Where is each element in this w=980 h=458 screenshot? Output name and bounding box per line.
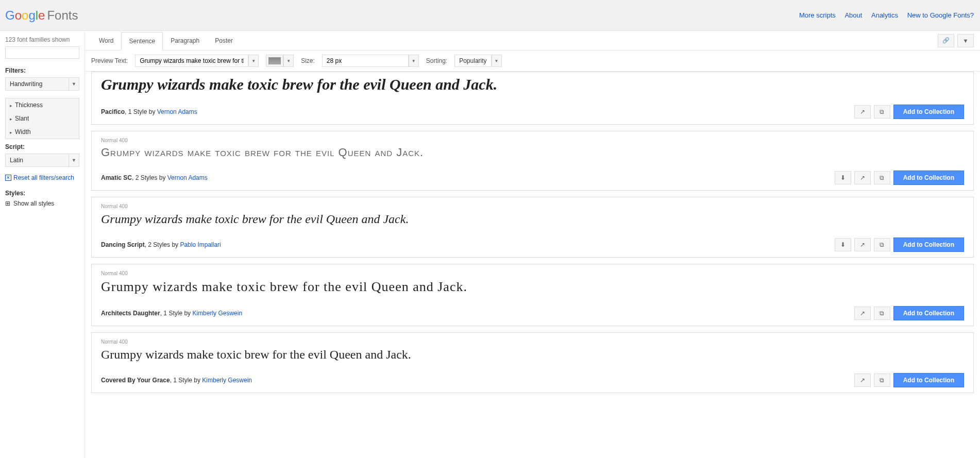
add-to-collection-button[interactable]: Add to Collection bbox=[893, 171, 964, 185]
font-styles: , 2 Styles by bbox=[132, 174, 167, 181]
show-all-label: Show all styles bbox=[13, 200, 54, 207]
author-link[interactable]: Kimberly Geswein bbox=[202, 377, 252, 384]
link-about[interactable]: About bbox=[844, 11, 862, 19]
reset-filters[interactable]: ✕ Reset all filters/search bbox=[5, 174, 79, 181]
compare-icon[interactable]: ⧉ bbox=[874, 105, 890, 118]
chevron-down-icon[interactable]: ▼ bbox=[248, 55, 259, 67]
add-to-collection-button[interactable]: Add to Collection bbox=[893, 306, 964, 320]
popout-icon[interactable]: ↗ bbox=[854, 374, 871, 387]
show-all-styles[interactable]: ⊞ Show all styles bbox=[5, 200, 79, 207]
link-analytics[interactable]: Analytics bbox=[871, 11, 898, 19]
author-link[interactable]: Vernon Adams bbox=[167, 174, 208, 181]
link-icon[interactable]: 🔗 bbox=[938, 34, 954, 47]
script-label: Script: bbox=[5, 143, 79, 150]
font-name: Pacifico bbox=[101, 108, 125, 115]
popout-icon[interactable]: ↗ bbox=[854, 105, 871, 118]
download-icon[interactable]: ⬇ bbox=[835, 238, 851, 251]
font-styles: , 1 Style by bbox=[170, 377, 202, 384]
font-name: Architects Daughter bbox=[101, 310, 160, 317]
link-more-scripts[interactable]: More scripts bbox=[799, 11, 836, 19]
font-card: Normal 400Grumpy wizards make toxic brew… bbox=[91, 264, 974, 326]
header: Google Fonts More scripts About Analytic… bbox=[0, 0, 980, 31]
chevron-down-icon[interactable]: ▼ bbox=[492, 55, 502, 67]
font-meta: Amatic SC, 2 Styles by Vernon Adams bbox=[101, 174, 208, 181]
tab-paragraph[interactable]: Paragraph bbox=[163, 31, 207, 50]
font-styles: , 1 Style by bbox=[160, 310, 193, 317]
tab-word[interactable]: Word bbox=[91, 31, 121, 50]
sidebar: 123 font families shown Filters: Handwri… bbox=[0, 31, 85, 458]
tabs: WordSentenceParagraphPoster bbox=[85, 31, 241, 50]
reset-label: Reset all filters/search bbox=[13, 174, 74, 181]
font-card: Normal 400Grumpy wizards make toxic brew… bbox=[91, 197, 974, 258]
popout-icon[interactable]: ↗ bbox=[854, 238, 871, 251]
preview-text-input[interactable] bbox=[135, 55, 248, 67]
size-input[interactable] bbox=[322, 55, 409, 67]
font-card: Grumpy wizards make toxic brew for the e… bbox=[91, 72, 974, 125]
weight-label: Normal 400 bbox=[101, 270, 964, 276]
preview-text-label: Preview Text: bbox=[91, 57, 128, 64]
search-input[interactable] bbox=[5, 46, 79, 59]
close-icon: ✕ bbox=[5, 175, 11, 181]
logo[interactable]: Google Fonts bbox=[5, 8, 78, 23]
font-name: Covered By Your Grace bbox=[101, 377, 170, 384]
main: WordSentenceParagraphPoster 🔗 ▼ Preview … bbox=[85, 31, 980, 458]
add-to-collection-button[interactable]: Add to Collection bbox=[893, 373, 964, 387]
tab-sentence[interactable]: Sentence bbox=[121, 32, 163, 50]
font-sample[interactable]: Grumpy wizards make toxic brew for the e… bbox=[101, 347, 964, 363]
add-to-collection-button[interactable]: Add to Collection bbox=[893, 238, 964, 252]
styles-label: Styles: bbox=[5, 190, 79, 197]
author-link[interactable]: Kimberly Geswein bbox=[192, 310, 242, 317]
font-card: Normal 400Grumpy wizards make toxic brew… bbox=[91, 131, 974, 191]
author-link[interactable]: Pablo Impallari bbox=[180, 241, 221, 248]
compare-icon[interactable]: ⧉ bbox=[874, 374, 890, 387]
compare-icon[interactable]: ⧉ bbox=[874, 238, 890, 251]
font-name: Dancing Script bbox=[101, 241, 145, 248]
font-sample[interactable]: Grumpy wizards make toxic brew for the e… bbox=[101, 278, 964, 296]
compare-icon[interactable]: ⧉ bbox=[874, 307, 890, 320]
expand-icon: ⊞ bbox=[5, 200, 10, 207]
font-meta: Architects Daughter, 1 Style by Kimberly… bbox=[101, 310, 242, 317]
chevron-down-icon[interactable]: ▼ bbox=[69, 77, 79, 91]
filters-label: Filters: bbox=[5, 67, 79, 74]
filter-thickness[interactable]: Thickness bbox=[6, 98, 79, 112]
popout-icon[interactable]: ↗ bbox=[854, 171, 871, 184]
weight-label: Normal 400 bbox=[101, 203, 964, 209]
font-sample[interactable]: Grumpy wizards make toxic brew for the e… bbox=[101, 211, 964, 227]
script-select[interactable]: Latin bbox=[5, 154, 69, 167]
filter-group: Thickness Slant Width bbox=[5, 98, 79, 139]
author-link[interactable]: Vernon Adams bbox=[157, 108, 197, 115]
popout-icon[interactable]: ↗ bbox=[854, 307, 871, 320]
font-sample[interactable]: Grumpy wizards make toxic brew for the e… bbox=[101, 145, 964, 160]
weight-label: Normal 400 bbox=[101, 339, 964, 345]
download-icon[interactable]: ⬇ bbox=[835, 171, 851, 184]
add-to-collection-button[interactable]: Add to Collection bbox=[893, 105, 964, 119]
sort-select[interactable]: Popularity bbox=[454, 55, 491, 67]
font-card: Normal 400Grumpy wizards make toxic brew… bbox=[91, 332, 974, 393]
controls: Preview Text: ▼ ▼ Size: ▼ Sorting: Popul… bbox=[85, 50, 980, 72]
header-links: More scripts About Analytics New to Goog… bbox=[792, 11, 974, 19]
color-picker[interactable] bbox=[266, 55, 283, 67]
filter-slant[interactable]: Slant bbox=[6, 112, 79, 125]
chevron-down-icon[interactable]: ▼ bbox=[283, 55, 294, 67]
family-count: 123 font families shown bbox=[5, 36, 79, 43]
category-select[interactable]: Handwriting bbox=[5, 77, 69, 91]
size-label: Size: bbox=[301, 57, 315, 64]
chevron-down-icon[interactable]: ▼ bbox=[409, 55, 419, 67]
font-styles: , 2 Styles by bbox=[145, 241, 180, 248]
font-styles: , 1 Style by bbox=[125, 108, 157, 115]
font-name: Amatic SC bbox=[101, 174, 132, 181]
chevron-down-icon[interactable]: ▼ bbox=[69, 154, 79, 167]
font-meta: Pacifico, 1 Style by Vernon Adams bbox=[101, 108, 197, 115]
download-icon[interactable]: ▼ bbox=[957, 34, 974, 47]
sort-label: Sorting: bbox=[426, 57, 447, 64]
font-meta: Covered By Your Grace, 1 Style by Kimber… bbox=[101, 377, 252, 384]
compare-icon[interactable]: ⧉ bbox=[874, 171, 890, 184]
link-new-to[interactable]: New to Google Fonts? bbox=[907, 11, 974, 19]
font-list: Grumpy wizards make toxic brew for the e… bbox=[85, 72, 980, 393]
topbar: WordSentenceParagraphPoster 🔗 ▼ bbox=[85, 31, 980, 50]
font-sample[interactable]: Grumpy wizards make toxic brew for the e… bbox=[101, 74, 964, 94]
weight-label: Normal 400 bbox=[101, 138, 964, 143]
filter-width[interactable]: Width bbox=[6, 125, 79, 139]
tab-poster[interactable]: Poster bbox=[207, 31, 241, 50]
font-meta: Dancing Script, 2 Styles by Pablo Impall… bbox=[101, 241, 221, 248]
